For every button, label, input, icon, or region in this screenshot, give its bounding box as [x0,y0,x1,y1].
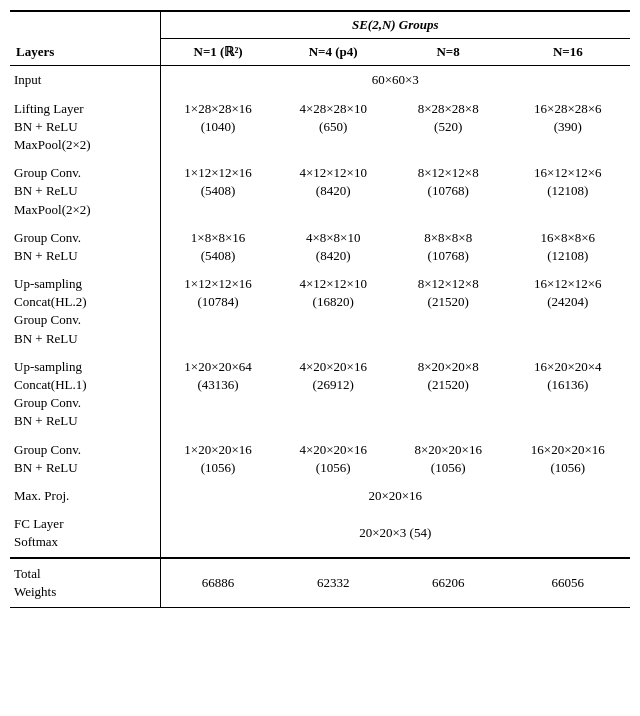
n1-cell: 1×12×12×16 (10784) [160,270,276,353]
total-n1: 66886 [160,558,276,608]
n4-cell: 4×12×12×10 (8420) [276,159,391,224]
layer-cell: FC Layer Softmax [10,510,160,557]
col-n1-header: N=1 (ℝ²) [160,39,276,66]
n8-cell: 8×12×12×8 (10768) [391,159,506,224]
n4-cell: 4×20×20×16 (1056) [276,436,391,482]
layers-col-header: Layers [10,11,160,66]
n4-cell: 4×12×12×10 (16820) [276,270,391,353]
table-row: Max. Proj.20×20×16 [10,482,630,510]
span-cell: 20×20×16 [160,482,630,510]
col-n16-header: N=16 [506,39,630,66]
total-row: Total Weights 66886 62332 66206 66056 [10,558,630,608]
table-row: Up-sampling Concat(HL.2) Group Conv. BN … [10,270,630,353]
n4-cell: 4×20×20×16 (26912) [276,353,391,436]
layer-cell: Group Conv. BN + ReLU MaxPool(2×2) [10,159,160,224]
table-row: Lifting Layer BN + ReLU MaxPool(2×2)1×28… [10,95,630,160]
n16-cell: 16×28×28×6 (390) [506,95,630,160]
layer-cell: Max. Proj. [10,482,160,510]
table-row: Group Conv. BN + ReLU1×8×8×16 (5408)4×8×… [10,224,630,270]
layer-cell: Group Conv. BN + ReLU [10,436,160,482]
group-header-row: Layers SE(2,N) Groups [10,11,630,39]
layer-cell: Group Conv. BN + ReLU [10,224,160,270]
n16-cell: 16×8×8×6 (12108) [506,224,630,270]
n16-cell: 16×20×20×16 (1056) [506,436,630,482]
n8-cell: 8×12×12×8 (21520) [391,270,506,353]
n1-cell: 1×20×20×16 (1056) [160,436,276,482]
col-n4-header: N=4 (p4) [276,39,391,66]
n8-cell: 8×28×28×8 (520) [391,95,506,160]
total-n16: 66056 [506,558,630,608]
n8-cell: 8×20×20×8 (21520) [391,353,506,436]
n8-cell: 8×8×8×8 (10768) [391,224,506,270]
n4-cell: 4×8×8×10 (8420) [276,224,391,270]
span-cell: 60×60×3 [160,66,630,95]
span-cell: 20×20×3 (54) [160,510,630,557]
total-n8: 66206 [391,558,506,608]
table-row: Input60×60×3 [10,66,630,95]
n16-cell: 16×12×12×6 (24204) [506,270,630,353]
n8-cell: 8×20×20×16 (1056) [391,436,506,482]
n1-cell: 1×28×28×16 (1040) [160,95,276,160]
n16-cell: 16×20×20×4 (16136) [506,353,630,436]
total-n4: 62332 [276,558,391,608]
n4-cell: 4×28×28×10 (650) [276,95,391,160]
table-row: Up-sampling Concat(HL.1) Group Conv. BN … [10,353,630,436]
n16-cell: 16×12×12×6 (12108) [506,159,630,224]
layer-cell: Up-sampling Concat(HL.1) Group Conv. BN … [10,353,160,436]
table-container: Layers SE(2,N) Groups N=1 (ℝ²) N=4 (p4) … [10,10,630,608]
n1-cell: 1×12×12×16 (5408) [160,159,276,224]
table-row: FC Layer Softmax20×20×3 (54) [10,510,630,557]
layer-cell: Up-sampling Concat(HL.2) Group Conv. BN … [10,270,160,353]
table-row: Group Conv. BN + ReLU1×20×20×16 (1056)4×… [10,436,630,482]
total-label: Total Weights [10,558,160,608]
layer-cell: Input [10,66,160,95]
n1-cell: 1×20×20×64 (43136) [160,353,276,436]
col-n8-header: N=8 [391,39,506,66]
layer-cell: Lifting Layer BN + ReLU MaxPool(2×2) [10,95,160,160]
se2n-group-header: SE(2,N) Groups [160,11,630,39]
table-row: Group Conv. BN + ReLU MaxPool(2×2)1×12×1… [10,159,630,224]
n1-cell: 1×8×8×16 (5408) [160,224,276,270]
